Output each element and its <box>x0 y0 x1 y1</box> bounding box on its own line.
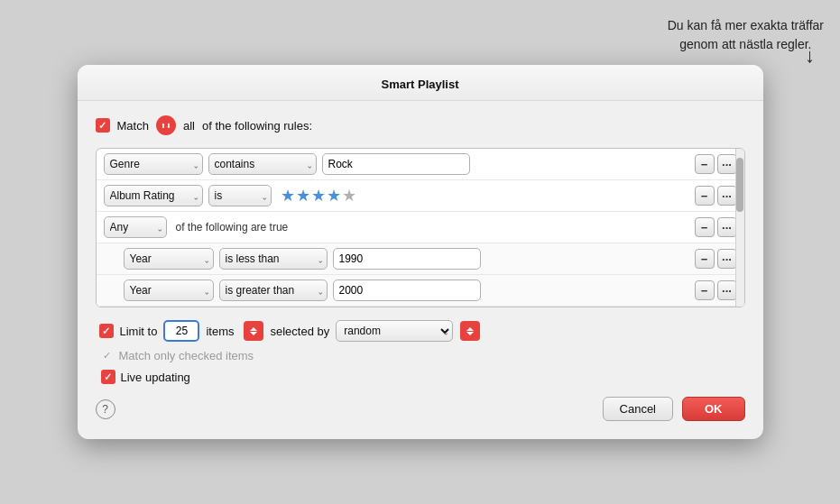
match-checked-label: Match only checked items <box>119 349 254 362</box>
match-all-stepper[interactable] <box>156 115 176 135</box>
genre-condition-wrap: contains does not contain is is not <box>208 153 317 175</box>
live-updating-row: Live updating <box>99 370 742 384</box>
match-all-label: all <box>183 119 195 133</box>
any-group-options-btn[interactable]: ··· <box>717 217 737 237</box>
genre-remove-btn[interactable]: − <box>695 154 715 174</box>
year-greater-condition-select[interactable]: is greater than is less than is is not <box>219 279 328 301</box>
options-section: Limit to items selected by random name m… <box>96 320 745 384</box>
match-checkbox[interactable] <box>96 118 110 133</box>
any-group-text: of the following are true <box>176 221 289 234</box>
limit-selected-by-label: selected by <box>270 325 329 338</box>
album-rating-field-wrap: Album Rating Genre Year <box>104 185 203 206</box>
tooltip: Du kan få mer exakta träffar genom att n… <box>668 16 824 54</box>
cancel-button[interactable]: Cancel <box>603 397 673 421</box>
rule-row-year-greater: Year Genre Album Rating is greater than … <box>97 275 744 307</box>
album-rating-remove-btn[interactable]: − <box>695 186 715 206</box>
year-less-field-wrap: Year Genre Album Rating <box>124 248 214 270</box>
year-greater-value-input[interactable] <box>333 279 481 301</box>
ok-button[interactable]: OK <box>682 397 745 421</box>
tooltip-arrow: ↓ <box>805 41 815 70</box>
year-less-options-btn[interactable]: ··· <box>717 249 737 269</box>
year-less-condition-wrap: is less than is greater than is is not <box>219 248 328 270</box>
dialog-footer: ? Cancel OK <box>78 384 763 421</box>
year-greater-field-wrap: Year Genre Album Rating <box>124 279 214 301</box>
match-label: Match <box>117 119 149 133</box>
tooltip-line1: Du kan få mer exakta träffar <box>668 16 824 35</box>
match-suffix: of the following rules: <box>202 119 312 133</box>
limit-checkbox[interactable] <box>99 324 114 338</box>
year-less-rule-buttons: − ··· <box>695 249 737 269</box>
genre-condition-select[interactable]: contains does not contain is is not <box>208 153 317 175</box>
any-field-wrap: Any All <box>104 216 167 238</box>
match-row: Match all of the following rules: <box>96 115 745 135</box>
random-stepper[interactable] <box>460 321 480 341</box>
match-checked-icon: ✓ <box>101 350 114 362</box>
tooltip-line2: genom att nästla regler. <box>668 35 824 54</box>
year-greater-remove-btn[interactable]: − <box>695 280 715 300</box>
genre-field-wrap: Genre Album Rating Year Artist Title <box>104 153 203 175</box>
help-button[interactable]: ? <box>96 399 115 419</box>
limit-label: Limit to <box>120 325 158 338</box>
limit-row: Limit to items selected by random name m… <box>99 320 742 342</box>
rule-row-any-group: Any All of the following are true − ··· <box>97 212 744 243</box>
album-rating-rule-buttons: − ··· <box>695 186 737 206</box>
random-select-wrap: random name most recently added least re… <box>336 320 453 342</box>
genre-field-select[interactable]: Genre Album Rating Year Artist Title <box>104 153 203 175</box>
album-rating-condition-select[interactable]: is is not is greater than is less than <box>208 185 272 206</box>
any-field-select[interactable]: Any All <box>104 216 167 238</box>
year-less-value-input[interactable] <box>333 248 481 270</box>
year-greater-condition-wrap: is greater than is less than is is not <box>219 279 328 301</box>
live-updating-checkbox[interactable] <box>101 370 115 384</box>
year-greater-rule-buttons: − ··· <box>695 280 737 300</box>
album-rating-field-select[interactable]: Album Rating Genre Year <box>104 185 203 206</box>
scrollbar-track[interactable] <box>735 149 744 307</box>
dialog-title: Smart Playlist <box>78 65 763 101</box>
limit-items-label: items <box>206 325 234 338</box>
rules-container: Genre Album Rating Year Artist Title con… <box>96 148 745 307</box>
genre-options-btn[interactable]: ··· <box>717 154 737 174</box>
genre-value-input[interactable] <box>322 153 470 175</box>
rule-row-genre: Genre Album Rating Year Artist Title con… <box>97 149 744 180</box>
items-stepper[interactable] <box>244 321 263 341</box>
rule-row-year-less: Year Genre Album Rating is less than is … <box>97 243 744 275</box>
album-rating-condition-wrap: is is not is greater than is less than <box>208 185 272 206</box>
live-updating-label: Live updating <box>121 371 190 384</box>
year-greater-options-btn[interactable]: ··· <box>717 280 737 300</box>
any-group-rule-buttons: − ··· <box>695 217 737 237</box>
limit-value-input[interactable] <box>163 320 199 342</box>
any-group-remove-btn[interactable]: − <box>695 217 715 237</box>
smart-playlist-dialog: Smart Playlist Match all of the followin… <box>78 65 763 439</box>
dialog-body: Match all of the following rules: Genre … <box>78 101 763 384</box>
scrollbar-thumb[interactable] <box>736 158 743 212</box>
match-checked-row: ✓ Match only checked items <box>99 349 742 362</box>
random-select[interactable]: random name most recently added least re… <box>336 320 453 342</box>
year-less-remove-btn[interactable]: − <box>695 249 715 269</box>
year-greater-field-select[interactable]: Year Genre Album Rating <box>124 279 214 301</box>
footer-buttons: Cancel OK <box>603 397 745 421</box>
year-less-field-select[interactable]: Year Genre Album Rating <box>124 248 214 270</box>
genre-rule-buttons: − ··· <box>695 154 737 174</box>
album-rating-stars[interactable]: ★★★★★ <box>281 186 357 206</box>
year-less-condition-select[interactable]: is less than is greater than is is not <box>219 248 328 270</box>
album-rating-options-btn[interactable]: ··· <box>717 186 737 206</box>
rule-row-album-rating: Album Rating Genre Year is is not is gre… <box>97 180 744 212</box>
